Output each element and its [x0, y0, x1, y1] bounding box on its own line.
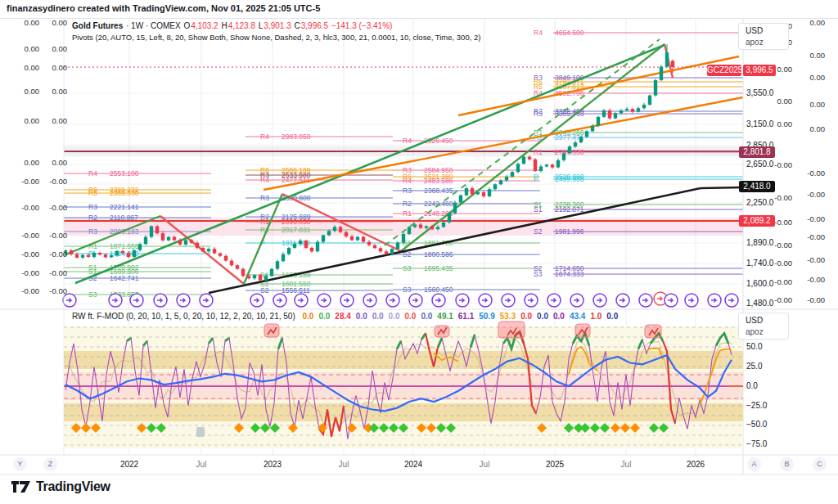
candle: [327, 231, 331, 235]
candle: [482, 192, 485, 196]
tradingview-logo[interactable]: TradingView: [11, 479, 110, 494]
plot-value-cell: 0.00: [792, 124, 825, 133]
candle: [87, 255, 90, 257]
pivot-value: 2499.988: [555, 175, 584, 183]
plot-value-cell: -0.00: [792, 169, 825, 178]
candle: [184, 240, 187, 244]
price-tick: 3,550.0: [746, 88, 795, 97]
candle: [425, 226, 428, 227]
candle: [614, 113, 617, 118]
candle: [173, 237, 176, 241]
symbol-legend-part: 4,123.8: [228, 21, 258, 30]
pivot-label: S3: [88, 290, 97, 299]
oscillator-legend[interactable]: RW ft. F-MOD (0, 20, 10, 1, 5, 0, 20, 10…: [72, 312, 618, 321]
time-label[interactable]: 2023: [264, 460, 282, 469]
price-tick: 1,890.0: [746, 238, 795, 247]
time-axis-button-a[interactable]: A: [747, 457, 761, 471]
panel-tick: −50.0: [746, 420, 795, 429]
candle: [505, 177, 508, 181]
time-label[interactable]: Jul: [196, 460, 207, 469]
panel-scale-unit[interactable]: USDapoz: [738, 313, 789, 340]
symbol-price-badge-name: GCZ2025: [707, 65, 741, 76]
candle: [665, 52, 669, 66]
pivot-label: R4: [534, 29, 543, 37]
pivot-label: P: [534, 175, 538, 183]
time-axis-button-c[interactable]: C: [813, 457, 827, 471]
oscillator-value: 0.0: [520, 312, 532, 321]
unit-apoz: apoz: [746, 38, 788, 47]
symbol-legend-part: · 1W · COMEX: [124, 21, 182, 30]
symbol-legend-part: C: [295, 21, 300, 30]
pivot-value: 1556.511: [282, 286, 310, 295]
pivot-value: 1981.996: [555, 227, 584, 236]
panel-tick: 0.0: [746, 381, 795, 390]
pivot-label: S3: [403, 286, 412, 294]
time-label[interactable]: 2024: [404, 460, 422, 469]
oscillator-value: 0.0: [356, 312, 367, 321]
oscillator-legend-title: RW ft. F-MOD (0, 20, 10, 1, 5, 0, 20, 10…: [72, 312, 295, 321]
pivot-value: 2368.435: [424, 187, 453, 195]
time-label[interactable]: Jul: [621, 460, 632, 469]
tradingview-logo-text: TradingView: [36, 479, 110, 494]
time-label[interactable]: 2026: [687, 460, 705, 469]
pivot-value: 2242.460: [424, 200, 453, 208]
candle: [373, 245, 376, 249]
time-axis[interactable]: 2022Jul2023Jul2024Jul2025Jul2026YZABC: [0, 456, 838, 475]
candle: [276, 261, 279, 268]
pivot-value: 2096.050: [282, 218, 311, 226]
time-label[interactable]: Jul: [339, 460, 349, 469]
oscillator-value: 0.0: [537, 312, 548, 321]
pivot-label: R4: [403, 177, 412, 185]
candle: [631, 109, 634, 111]
candle: [98, 253, 101, 254]
candle: [299, 241, 302, 244]
candle: [625, 109, 628, 110]
plot-value-cell: 0.00: [34, 63, 67, 72]
time-label[interactable]: Jul: [480, 460, 490, 469]
candle: [362, 237, 365, 242]
candle: [568, 146, 571, 153]
unit-apoz: apoz: [746, 327, 788, 336]
candle: [339, 227, 342, 232]
plot-value-cell: 0.00: [792, 100, 825, 109]
pivot-value: 1642.741: [110, 274, 139, 282]
time-label[interactable]: 2025: [546, 460, 564, 469]
candle: [499, 181, 502, 185]
candle: [178, 240, 182, 244]
candle: [310, 248, 313, 251]
candle: [522, 157, 525, 164]
oscillator-value: 28.4: [335, 312, 350, 321]
candle: [155, 226, 159, 233]
candle: [453, 203, 457, 214]
price-scale-unit[interactable]: USDapoz: [738, 23, 789, 50]
candle: [333, 227, 336, 231]
candle: [121, 251, 124, 253]
plot-value-cell: 0.00: [34, 18, 67, 27]
pivots-legend[interactable]: Pivots (20, AUTO, 15, Left, 8, 20, Show …: [72, 33, 480, 42]
time-label[interactable]: 2022: [120, 460, 138, 469]
time-axis-button-z[interactable]: Z: [43, 457, 57, 471]
candle: [608, 110, 611, 119]
candle: [219, 254, 222, 256]
candle: [236, 265, 239, 268]
plot-value-cell: -0.00: [34, 250, 67, 259]
pivot-value: 1560.450: [424, 286, 453, 294]
time-axis-button-b[interactable]: B: [780, 457, 794, 471]
oscillator-value: 43.4: [570, 312, 585, 321]
pivot-label: S3: [403, 264, 412, 272]
oscillator-value: 0.0: [421, 312, 432, 321]
candle: [419, 224, 422, 227]
candle: [282, 254, 285, 262]
oscillator-value: 0.0: [606, 312, 618, 321]
oscillator-value: 50.9: [479, 312, 494, 321]
time-axis-button-y[interactable]: Y: [13, 457, 27, 471]
pivot-label: R5: [88, 189, 97, 197]
symbol-legend[interactable]: Gold Futures · 1W · COMEX O4,103.2 H4,12…: [72, 21, 393, 30]
candle: [493, 184, 497, 189]
header-title: finanzasydinero created with TradingView…: [7, 3, 320, 13]
pivot-label: S1: [534, 205, 543, 214]
candle: [413, 224, 417, 227]
candle: [81, 255, 84, 258]
candle: [213, 249, 216, 253]
plot-value-cell: -0.00: [792, 295, 825, 304]
